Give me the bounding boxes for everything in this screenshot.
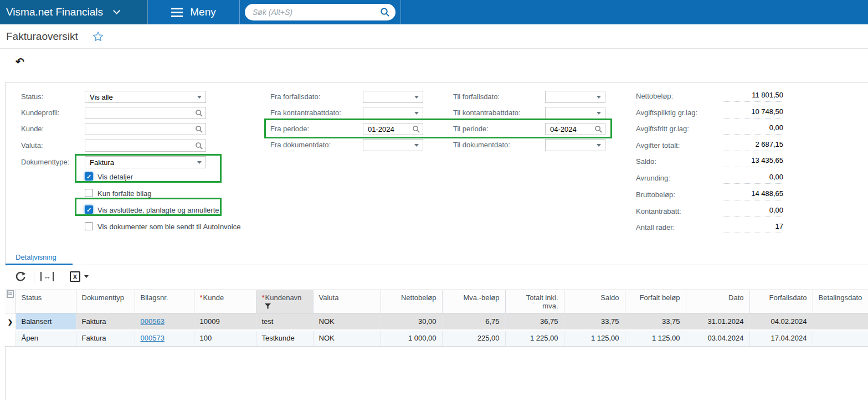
cell-betalingsdato[interactable] [813,330,868,347]
cell-kundenavn[interactable]: test [256,313,313,330]
row-indicator: ❯ [5,313,16,330]
til-forfallsdato-select[interactable] [545,91,605,103]
col-saldo[interactable]: Saldo [564,290,625,313]
avgiftsfritt-value: 0,00 [722,123,783,135]
cell-saldo[interactable]: 1 125,00 [564,330,625,347]
chevron-down-icon [414,112,419,115]
cell-valuta[interactable]: NOK [313,313,381,330]
col-kunde[interactable]: *Kunde [194,290,256,313]
refresh-button[interactable] [14,270,27,284]
dokumenttype-select[interactable]: Faktura [85,156,206,168]
cell-betalingsdato[interactable] [813,313,868,330]
cell-kunde[interactable]: 10009 [194,313,256,330]
cell-saldo[interactable]: 33,75 [564,313,625,330]
app-switcher[interactable]: Visma.net Financials [0,0,148,24]
favorite-star-icon[interactable] [93,31,104,42]
toolbar-divider [34,271,34,285]
vis-autoinvoice-checkbox[interactable] [85,222,93,230]
magnifier-icon[interactable] [195,125,203,133]
cell-nettobelop[interactable]: 30,00 [381,313,442,330]
summary-row: Nettobeløp: 11 801,50 [636,90,783,106]
col-forfalt-belop[interactable]: Forfalt beløp [625,290,686,313]
cell-mva-belop[interactable]: 225,00 [442,330,505,347]
til-dokumentdato-label: Til dokumentdato: [453,141,510,149]
valuta-lookup[interactable] [85,140,206,152]
kundeprofil-lookup[interactable] [85,107,206,119]
cell-nettobelop[interactable]: 1 000,00 [381,330,442,347]
cell-kunde[interactable]: 100 [194,330,256,347]
bruttobelop-value: 14 488,65 [722,189,783,200]
cell-dokumenttyp[interactable]: Faktura [76,313,135,330]
status-label: Status: [21,92,43,101]
cell-status[interactable]: Balansert [16,313,76,330]
magnifier-icon[interactable] [412,125,420,133]
cell-forfalt-belop[interactable]: 33,75 [625,313,686,330]
undo-button[interactable]: ↶ [16,55,24,68]
magnifier-icon[interactable] [195,109,203,117]
col-bilagsnr[interactable]: Bilagsnr. [135,290,194,313]
menu-button[interactable]: Meny [148,0,240,24]
til-dokumentdato-select[interactable] [545,139,605,151]
cell-bilagsnr[interactable]: 000563 [135,313,194,330]
cell-valuta[interactable]: NOK [313,330,381,347]
table-row[interactable]: ❯ Balansert Faktura 000563 10009 test NO… [5,313,868,330]
bilagsnr-link[interactable]: 000563 [141,317,165,326]
kunde-lookup[interactable] [85,123,206,135]
col-mva-belop[interactable]: Mva.-beløp [442,290,505,313]
magnifier-icon[interactable] [594,125,603,133]
export-excel-button[interactable]: X [70,271,89,282]
col-kundenavn[interactable]: *Kundenavn [256,290,313,313]
col-totalt-inkl-mva[interactable]: Totalt inkl. mva. [505,290,564,313]
kun-forfalte-bilag-checkbox[interactable] [85,189,93,197]
search-input[interactable] [253,8,380,17]
fra-kontantrabattdato-label: Fra kontantrabattdato: [270,109,341,117]
cell-totalt-inkl-mva[interactable]: 36,75 [505,313,564,330]
cell-forfallsdato[interactable]: 17.04.2024 [749,330,813,347]
filter-funnel-icon[interactable] [265,303,271,309]
til-kontantrabattdato-select[interactable] [545,107,605,119]
col-dato[interactable]: Dato [686,290,749,313]
magnifier-icon[interactable] [195,142,203,150]
kontantrabatt-value: 0,00 [722,206,783,217]
til-forfallsdato-label: Til forfallsdato: [453,92,500,101]
search-icon[interactable] [380,7,390,17]
status-select[interactable]: Vis alle [85,91,206,103]
cell-dato[interactable]: 03.04.2024 [686,330,749,347]
fra-forfallsdato-select[interactable] [363,91,423,103]
cell-status[interactable]: Åpen [16,330,76,347]
vis-avsluttede-checkbox[interactable] [85,205,93,214]
col-betalingsdato[interactable]: Betalingsdato [813,290,868,313]
cell-kundenavn[interactable]: Testkunde [256,330,313,347]
chevron-down-icon [113,7,120,14]
col-nettobelop[interactable]: Nettobeløp [381,290,442,313]
table-row[interactable]: Åpen Faktura 000573 100 Testkunde NOK 1 … [5,330,868,347]
page-title: Fakturaoversikt [6,30,78,43]
cell-forfallsdato[interactable]: 04.02.2024 [749,313,813,330]
col-dokumenttyp[interactable]: Dokumenttyp [76,290,135,313]
dokumenttype-label: Dokumenttype: [21,158,69,166]
row-pointer-icon: ❯ [8,318,13,325]
tab-detaljvisning[interactable]: Detaljvisning [16,253,57,261]
row-settings-header[interactable] [5,290,16,313]
vis-avsluttede-label: Vis avsluttede, planlagte og annullerte [97,206,219,214]
cell-bilagsnr[interactable]: 000573 [135,330,194,347]
col-status[interactable]: Status [16,290,76,313]
cell-forfalt-belop[interactable]: 1 125,00 [625,330,686,347]
content-left-border [5,82,6,400]
fra-dokumentdato-select[interactable] [363,139,423,151]
vis-detaljer-checkbox[interactable] [85,172,93,181]
saldo-value: 13 435,65 [722,156,783,167]
col-valuta[interactable]: Valuta [313,290,381,313]
cell-mva-belop[interactable]: 6,75 [442,313,505,330]
fra-periode-lookup[interactable]: 01-2024 [363,123,423,135]
til-periode-lookup[interactable]: 04-2024 [545,123,605,135]
fra-kontantrabattdato-select[interactable] [363,107,423,119]
col-forfallsdato[interactable]: Forfallsdato [749,290,813,313]
cell-totalt-inkl-mva[interactable]: 1 225,00 [505,330,564,347]
cell-dato[interactable]: 31.01.2024 [686,313,749,330]
search-box[interactable] [245,4,396,20]
cell-dokumenttyp[interactable]: Faktura [76,330,135,347]
fit-width-button[interactable]: ↔ [40,272,54,281]
bilagsnr-link[interactable]: 000573 [141,334,165,342]
active-tab-underline [6,264,73,265]
